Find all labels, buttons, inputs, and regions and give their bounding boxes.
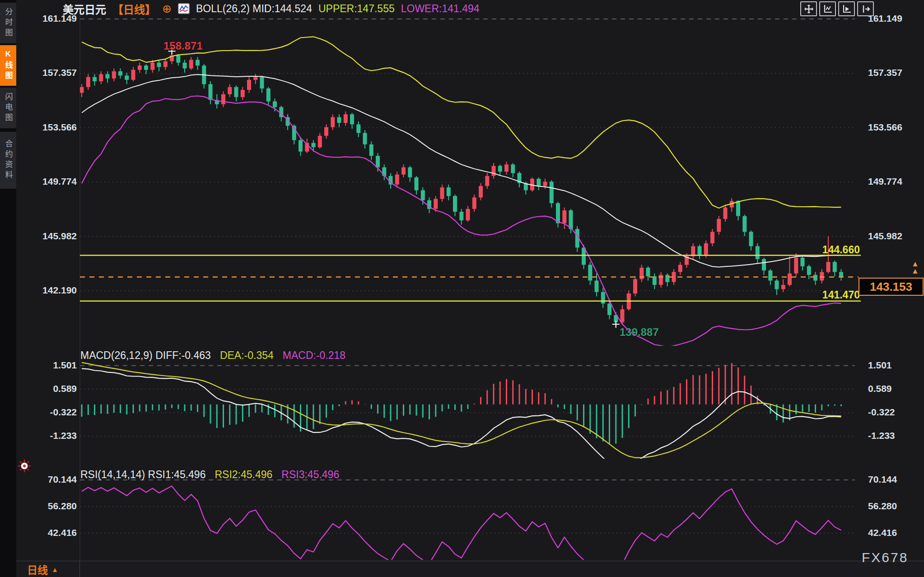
- rsi-header: RSI(14,14,14) RSI1:45.496 RSI2:45.496 RS…: [80, 469, 339, 481]
- rsi3-readout: RSI3:45.496: [281, 469, 339, 481]
- period-selector[interactable]: 日线 ▲: [17, 561, 80, 577]
- last-price-box: 143.153: [859, 278, 924, 296]
- axis-zoom-icon[interactable]: [819, 1, 836, 16]
- chart-canvas[interactable]: [0, 0, 924, 577]
- boll-lower-readout: LOWER:141.494: [401, 3, 480, 15]
- collapse-right-icon[interactable]: [857, 1, 874, 16]
- rsi1-readout: RSI(14,14,14) RSI1:45.496: [80, 469, 205, 481]
- sidebar-item-lightning[interactable]: 闪电图: [0, 88, 16, 128]
- sidebar-item-kline[interactable]: K线图: [0, 45, 16, 86]
- sidebar-item-timeshare[interactable]: 分时图: [0, 3, 16, 43]
- alert-sun-icon: [17, 459, 32, 475]
- period-tag: 【日线】: [112, 1, 156, 17]
- macd-header: MACD(26,12,9) DIFF:-0.463 DEA:-0.354 MAC…: [80, 349, 345, 362]
- chart-header: 美元日元 【日线】 ⊕ BOLL(26,2) MID:144.524 UPPER…: [63, 2, 480, 15]
- add-indicator-icon[interactable]: ⊕: [162, 3, 172, 14]
- mini-chart-icon[interactable]: [178, 3, 190, 14]
- macd-dea-readout: DEA:-0.354: [220, 349, 274, 362]
- chart-app: 161.149161.149157.357157.357153.566153.5…: [0, 0, 924, 577]
- sidebar-item-contract-info[interactable]: 合约资料: [0, 132, 16, 189]
- rsi2-readout: RSI2:45.496: [215, 469, 272, 481]
- resistance-level-label: 144.660: [791, 244, 860, 256]
- axis-play-icon[interactable]: [838, 1, 855, 16]
- bottom-bar: 日线 ▲: [16, 561, 924, 577]
- price-up-arrow-icon: ▲: [911, 261, 919, 267]
- macd-bar-readout: MACD:-0.218: [283, 349, 345, 362]
- support-level-label: 141.470: [791, 289, 860, 301]
- symbol-name: 美元日元: [63, 1, 106, 17]
- boll-upper-readout: UPPER:147.555: [318, 3, 395, 15]
- low-annotation: 139.887: [620, 326, 659, 339]
- price-up-arrow-icon: ▲: [911, 268, 919, 275]
- high-annotation: 158.871: [163, 40, 203, 52]
- chart-toolbar: [800, 1, 874, 16]
- macd-diff-readout: MACD(26,12,9) DIFF:-0.463: [80, 349, 211, 362]
- boll-readout: BOLL(26,2) MID:144.524: [196, 3, 312, 15]
- triangle-up-icon: ▲: [51, 566, 58, 573]
- pan-icon[interactable]: [800, 1, 817, 16]
- period-label: 日线: [27, 562, 48, 577]
- watermark: FX678: [862, 550, 908, 565]
- sidebar: 分时图 K线图 闪电图 合约资料: [0, 0, 16, 577]
